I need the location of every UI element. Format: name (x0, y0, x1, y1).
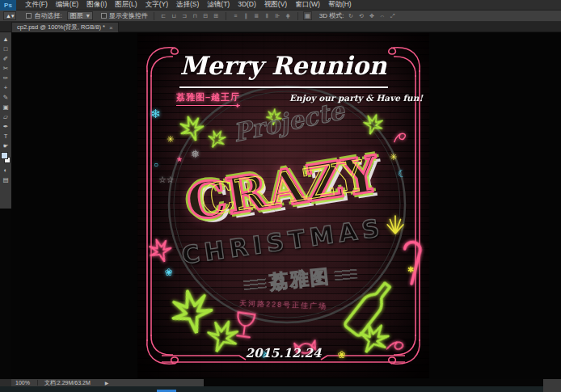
align-button-icon[interactable]: ⊏ (159, 11, 168, 20)
snowflake-doodle: ❅ (191, 149, 200, 159)
pen-tool[interactable]: ✒ (1, 121, 11, 131)
badge-wing-left (243, 277, 266, 290)
align-buttons: ⊏⊔⊐⊓⊟⊞ (158, 11, 221, 20)
lasso-tool[interactable]: ✐ (1, 53, 11, 63)
show-transform-label: 显示变换控件 (109, 11, 148, 20)
distribute-button-icon[interactable]: ≣ (252, 11, 261, 20)
quick-mask-icon[interactable]: ◐ (1, 165, 11, 175)
align-button-icon[interactable]: ⊔ (170, 11, 179, 20)
distribute-button-icon[interactable]: ⊪ (273, 11, 282, 20)
mode-3d-buttons: ↻⟲✥⇔⤢ (345, 11, 398, 21)
separator (154, 12, 154, 20)
sparkle-doodle: ✱ (407, 266, 414, 274)
healing-brush-tool[interactable]: + (1, 82, 11, 92)
document-tab[interactable]: cp2.psd @ 100%(背景, RGB/8) * × (11, 22, 119, 32)
eraser-tool[interactable]: ▱ (1, 112, 11, 121)
document-size-info: 文档:2.29M/63.2M (41, 379, 94, 387)
poster-title: Merry Reunion (141, 51, 427, 80)
badge-text: 荔雅图 (268, 263, 331, 295)
mode-3d-button-icon[interactable]: ⟲ (356, 11, 365, 20)
marquee-tool[interactable]: □ (1, 44, 11, 53)
foreground-color-swatch[interactable] (1, 152, 8, 159)
badge-wing-right (334, 268, 357, 280)
scrollbar-corner[interactable] (543, 379, 561, 392)
separator (37, 380, 38, 386)
menu-item[interactable]: 文字(Y) (141, 0, 172, 8)
distribute-button-icon[interactable]: ⫴ (263, 11, 272, 20)
venue-text: 荔雅图–越王厅 (176, 91, 240, 106)
auto-select-value: 图层 (70, 11, 83, 20)
move-tool[interactable]: ▲ (1, 34, 11, 44)
mode-3d-label: 3D 模式: (319, 11, 344, 20)
align-button-icon[interactable]: ⊓ (191, 11, 200, 20)
canvas-workspace: ❄✳❅✳☾○☆☆★✦❀❄❀✱ Projecte Merry Reunion 荔雅… (11, 32, 561, 379)
crop-tool[interactable]: ✂ (1, 63, 11, 73)
auto-select-dropdown[interactable]: 图层 ▾ (67, 11, 93, 20)
menu-item[interactable]: 窗口(W) (291, 0, 324, 8)
show-transform-checkbox[interactable] (101, 13, 107, 19)
status-bar: 100% 文档:2.29M/63.2M ▶ (0, 379, 204, 386)
poster-canvas[interactable]: ❄✳❅✳☾○☆☆★✦❀❄❀✱ Projecte Merry Reunion 荔雅… (137, 33, 429, 378)
menu-item[interactable]: 滤镜(T) (203, 0, 234, 8)
distribute-buttons: ≡∥≣⫴⊪⋕ (230, 11, 293, 21)
auto-select-checkbox[interactable] (26, 13, 32, 19)
menu-item[interactable]: 图像(I) (82, 0, 111, 8)
status-corner (0, 379, 11, 386)
mode-3d-button-icon[interactable]: ⇔ (378, 11, 386, 20)
party-slogan: Enjoy our party & Have fun! (289, 93, 423, 103)
menu-item[interactable]: 帮助(H) (324, 0, 356, 8)
menu-item[interactable]: 编辑(E) (52, 0, 82, 8)
align-button-icon[interactable]: ⊟ (201, 11, 210, 20)
menu-bar-items: 文件(F)编辑(E)图像(I)图层(L)文字(Y)选择(S)滤镜(T)3D(D)… (21, 0, 356, 10)
menu-item[interactable]: 文件(F) (21, 0, 52, 8)
holly-leaf-doodle (175, 111, 209, 145)
menu-item[interactable]: 3D(D) (234, 0, 260, 8)
distribute-button-icon[interactable]: ∥ (242, 11, 251, 20)
tools-panel: ▲□✐✂✑+✎▣▱✒T☛◐▤ (0, 32, 11, 209)
mode-3d-button-icon[interactable]: ⤢ (388, 11, 397, 20)
title-underline (179, 86, 388, 88)
chevron-down-icon: ▾ (86, 12, 90, 19)
align-button-icon[interactable]: ⊞ (212, 11, 221, 20)
hand-tool[interactable]: ☛ (1, 141, 11, 150)
type-tool[interactable]: T (1, 131, 11, 141)
zoom-level-field[interactable]: 100% (11, 380, 34, 386)
document-tab-title: cp2.psd @ 100%(背景, RGB/8) * (17, 23, 105, 32)
big-leaf-doodle (164, 283, 220, 339)
event-date: 2015.12.24 (137, 346, 429, 360)
menu-item[interactable]: 选择(S) (172, 0, 203, 8)
separator (297, 12, 298, 20)
clone-stamp-tool[interactable]: ▣ (1, 102, 11, 112)
screen-mode-icon[interactable]: ▤ (1, 175, 11, 184)
auto-select-label: 自动选择: (34, 11, 61, 20)
photoshop-window: Ps 文件(F)编辑(E)图像(I)图层(L)文字(Y)选择(S)滤镜(T)3D… (0, 0, 561, 392)
menu-item[interactable]: 视图(V) (260, 0, 291, 8)
workspace-switcher-icon[interactable]: ▦ (303, 11, 312, 20)
distribute-button-icon[interactable]: ⋕ (284, 11, 293, 20)
mode-3d-button-icon[interactable]: ↻ (346, 11, 355, 20)
candy-cane-doodle (391, 235, 429, 291)
status-options-arrow[interactable]: ▶ (105, 380, 109, 386)
snowflake-doodle: ❄ (150, 107, 161, 120)
tool-preset-picker[interactable]: ▲▾ (3, 11, 16, 20)
options-bar: ▲▾ 自动选择: 图层 ▾ 显示变换控件 ⊏⊔⊐⊓⊟⊞ ≡∥≣⫴⊪⋕ ▦ 3D … (0, 11, 561, 22)
separator (226, 12, 226, 20)
menu-item[interactable]: 图层(L) (111, 0, 141, 8)
align-button-icon[interactable]: ⊐ (180, 11, 189, 20)
close-icon[interactable]: × (109, 24, 113, 32)
eyedropper-tool[interactable]: ✑ (1, 73, 11, 82)
brush-tool[interactable]: ✎ (1, 92, 11, 102)
sparkle-doodle: ✳ (167, 135, 174, 144)
window-bottom-edge (0, 386, 543, 392)
tab-row: cp2.psd @ 100%(背景, RGB/8) * × (0, 22, 561, 32)
menu-bar: Ps 文件(F)编辑(E)图像(I)图层(L)文字(Y)选择(S)滤镜(T)3D… (0, 0, 561, 11)
photoshop-logo: Ps (0, 0, 16, 11)
mode-3d-button-icon[interactable]: ✥ (367, 11, 376, 20)
color-swatches[interactable] (1, 152, 11, 163)
distribute-button-icon[interactable]: ≡ (231, 11, 240, 20)
wine-glass-doodle (230, 310, 260, 340)
